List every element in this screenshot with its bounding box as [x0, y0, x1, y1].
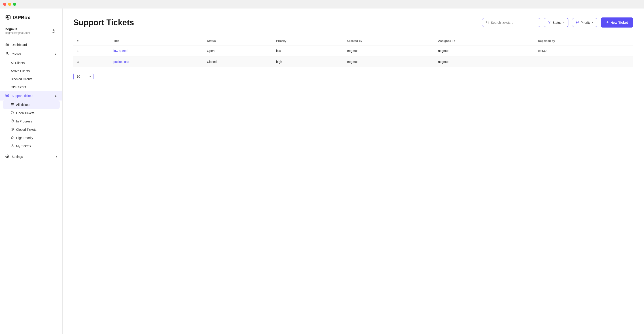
search-box	[482, 18, 540, 27]
my-tickets-icon	[11, 144, 14, 148]
minimize-btn[interactable]	[8, 3, 11, 6]
col-reported-by: Reported by	[534, 37, 633, 46]
sidebar-logo: ISPBox	[0, 9, 62, 25]
sidebar-item-support-tickets[interactable]: Support Tickets ▲	[0, 91, 62, 101]
new-ticket-plus-icon: +	[606, 20, 609, 25]
table-header: # Title Status Priority Created by Assig…	[73, 37, 633, 46]
sidebar-item-high-priority[interactable]: High Priority	[0, 134, 62, 142]
col-id: #	[73, 37, 110, 46]
in-progress-icon	[11, 119, 14, 123]
svg-marker-24	[548, 21, 550, 24]
header-controls: Status ▾ Priority ▾ +	[482, 18, 633, 28]
status-filter-icon	[548, 21, 551, 25]
cell-reported-by: test32	[534, 46, 633, 56]
high-priority-icon	[11, 136, 14, 140]
sidebar-item-settings[interactable]: Settings ▾	[0, 152, 62, 161]
sidebar-item-active-clients[interactable]: Active Clients	[0, 67, 62, 75]
ticket-link[interactable]: packet loss	[113, 60, 129, 64]
settings-label: Settings	[12, 155, 23, 158]
cell-assigned-to: negmus	[434, 56, 534, 67]
clients-icon	[5, 52, 9, 56]
sidebar-item-in-progress[interactable]: In Progress	[0, 117, 62, 125]
main-content: Support Tickets	[62, 9, 644, 334]
sidebar-item-all-tickets[interactable]: All Tickets	[3, 101, 60, 109]
all-tickets-label: All Tickets	[16, 103, 30, 107]
col-status: Status	[203, 37, 272, 46]
col-priority: Priority	[272, 37, 344, 46]
open-tickets-icon	[11, 111, 14, 115]
home-icon	[5, 43, 9, 47]
app-body: ISPBox negmus negmus@gmail.com	[0, 9, 644, 334]
open-tickets-label: Open Tickets	[16, 111, 34, 115]
old-clients-label: Old Clients	[11, 85, 26, 89]
closed-tickets-icon	[11, 128, 14, 131]
settings-icon	[5, 154, 9, 159]
sidebar-nav: Dashboard Clients ▲ All Clients	[0, 40, 62, 161]
table-row[interactable]: 1 low speed Open low negmus negmus test3…	[73, 46, 633, 56]
cell-assigned-to: negmus	[434, 46, 534, 56]
sidebar-item-dashboard[interactable]: Dashboard	[0, 40, 62, 50]
in-progress-label: In Progress	[16, 120, 32, 123]
svg-point-15	[11, 111, 14, 114]
cell-priority: low	[272, 46, 344, 56]
table-row[interactable]: 3 packet loss Closed high negmus negmus	[73, 56, 633, 67]
sidebar-item-all-clients[interactable]: All Clients	[0, 59, 62, 67]
active-clients-label: Active Clients	[11, 69, 30, 73]
maximize-btn[interactable]	[13, 3, 16, 6]
support-tickets-chevron: ▲	[54, 94, 57, 97]
my-tickets-label: My Tickets	[16, 144, 31, 148]
tickets-icon	[5, 94, 9, 98]
svg-point-17	[11, 128, 14, 131]
svg-marker-19	[11, 136, 14, 139]
search-input[interactable]	[491, 21, 536, 25]
sidebar-item-blocked-clients[interactable]: Blocked Clients	[0, 75, 62, 83]
sidebar-item-open-tickets[interactable]: Open Tickets	[0, 109, 62, 117]
user-name: negmus	[5, 27, 30, 31]
svg-point-21	[7, 156, 8, 157]
user-email: negmus@gmail.com	[5, 31, 30, 35]
all-tickets-icon	[11, 103, 14, 107]
cell-reported-by	[534, 56, 633, 67]
status-filter-button[interactable]: Status ▾	[544, 18, 568, 27]
cell-title: low speed	[110, 46, 203, 56]
col-title: Title	[110, 37, 203, 46]
cell-status: Open	[203, 46, 272, 56]
titlebar	[0, 0, 644, 9]
power-button[interactable]	[50, 27, 57, 35]
clients-label: Clients	[12, 52, 21, 56]
logo-icon	[5, 15, 11, 20]
col-created-by: Created by	[344, 37, 435, 46]
cell-priority: high	[272, 56, 344, 67]
svg-point-7	[6, 52, 8, 54]
sidebar-item-closed-tickets[interactable]: Closed Tickets	[0, 125, 62, 134]
cell-id: 3	[73, 56, 110, 67]
new-ticket-button[interactable]: + New Ticket	[601, 18, 633, 28]
search-icon	[486, 21, 489, 25]
sidebar-item-old-clients[interactable]: Old Clients	[0, 83, 62, 91]
dashboard-label: Dashboard	[12, 43, 27, 47]
svg-point-20	[12, 145, 13, 146]
svg-line-23	[488, 23, 489, 24]
svg-point-18	[12, 129, 13, 130]
col-assigned-to: Assigned To	[434, 37, 534, 46]
status-chevron-icon: ▾	[563, 21, 564, 24]
ticket-link[interactable]: low speed	[113, 49, 128, 53]
app-name: ISPBox	[13, 15, 30, 21]
pagination-row: 102550100	[73, 73, 633, 80]
per-page-select[interactable]: 102550100	[73, 73, 94, 80]
sidebar-item-clients[interactable]: Clients ▲	[0, 50, 62, 59]
new-ticket-label: New Ticket	[610, 21, 628, 25]
priority-filter-button[interactable]: Priority ▾	[572, 18, 598, 27]
table-body: 1 low speed Open low negmus negmus test3…	[73, 46, 633, 67]
closed-tickets-label: Closed Tickets	[16, 128, 36, 131]
blocked-clients-label: Blocked Clients	[11, 77, 32, 81]
cell-status: Closed	[203, 56, 272, 67]
tickets-table: # Title Status Priority Created by Assig…	[73, 37, 633, 67]
sidebar-item-my-tickets[interactable]: My Tickets	[0, 142, 62, 150]
main-header: Support Tickets	[73, 18, 633, 28]
priority-filter-label: Priority	[581, 21, 590, 25]
cell-id: 1	[73, 46, 110, 56]
close-btn[interactable]	[3, 3, 6, 6]
high-priority-label: High Priority	[16, 136, 33, 140]
all-clients-label: All Clients	[11, 61, 24, 65]
